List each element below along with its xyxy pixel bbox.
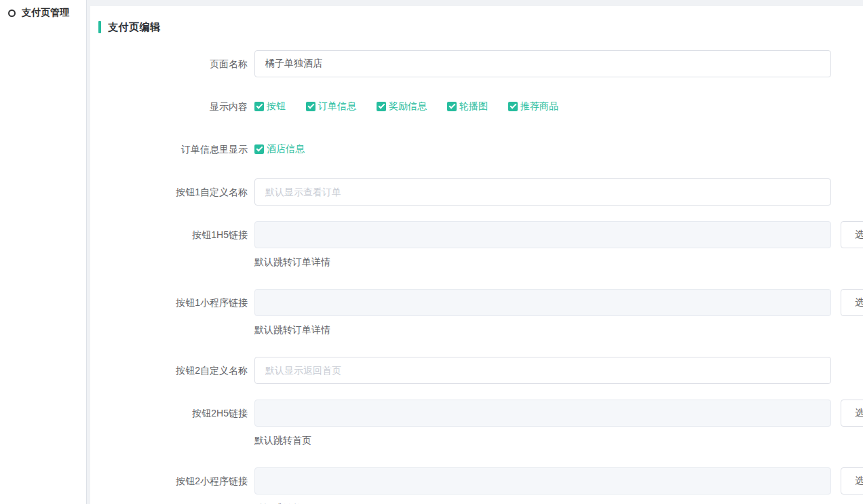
button2-h5-link-input[interactable]	[254, 400, 831, 427]
form-row-button1-custom-name: 按钮1自定义名称	[90, 178, 863, 206]
form-row-order-info-display: 订单信息里显示 酒店信息	[90, 136, 863, 163]
form-row-button2-miniprogram-link: 按钮2小程序链接 选 默认跳转首页	[90, 467, 863, 504]
form-row-button2-h5-link: 按钮2H5链接 选 默认跳转首页	[90, 400, 863, 447]
checkbox-recommended-products[interactable]: 推荐商品	[508, 100, 558, 113]
checkmark-icon	[508, 102, 518, 111]
section-title: 支付页编辑	[98, 20, 863, 34]
field-label: 按钮2自定义名称	[90, 357, 254, 384]
form-row-display-content: 显示内容 按钮 订单信息 奖励信息 轮播图 推荐商品	[90, 93, 863, 120]
checkmark-icon	[254, 144, 264, 154]
helper-text: 默认跳转订单详情	[254, 324, 863, 336]
circle-icon	[8, 9, 16, 17]
sidebar-item-payment-page-management[interactable]: 支付页管理	[0, 0, 86, 26]
field-label: 按钮1H5链接	[90, 221, 254, 248]
checkbox-reward-info[interactable]: 奖励信息	[377, 100, 427, 113]
checkbox-button[interactable]: 按钮	[254, 100, 286, 113]
button2-miniprogram-select-button[interactable]: 选	[841, 467, 863, 495]
order-info-checkbox-group: 酒店信息	[254, 136, 325, 163]
checkmark-icon	[447, 102, 457, 111]
helper-text: 默认跳转首页	[254, 434, 863, 447]
page-name-input[interactable]	[254, 50, 831, 77]
sidebar: 支付页管理	[0, 0, 87, 504]
button2-h5-select-button[interactable]: 选	[841, 400, 863, 427]
field-label: 订单信息里显示	[90, 136, 254, 163]
helper-text: 默认跳转订单详情	[254, 256, 863, 269]
button1-miniprogram-link-input[interactable]	[254, 289, 831, 316]
button1-h5-select-button[interactable]: 选	[841, 221, 863, 248]
checkmark-icon	[306, 102, 315, 111]
checkbox-order-info[interactable]: 订单信息	[306, 100, 356, 113]
field-label: 显示内容	[90, 93, 254, 120]
field-label: 按钮1小程序链接	[90, 289, 254, 316]
form-row-button2-custom-name: 按钮2自定义名称	[90, 357, 863, 384]
button1-h5-link-input[interactable]	[254, 221, 831, 248]
checkbox-hotel-info[interactable]: 酒店信息	[254, 143, 305, 155]
sidebar-item-label: 支付页管理	[22, 7, 69, 19]
section-title-bar	[98, 21, 101, 33]
checkmark-icon	[377, 102, 386, 111]
field-label: 按钮1自定义名称	[90, 178, 254, 206]
form-row-button1-h5-link: 按钮1H5链接 选 默认跳转订单详情	[90, 221, 863, 269]
page-title: 支付页编辑	[108, 21, 161, 34]
form-row-button1-miniprogram-link: 按钮1小程序链接 选 默认跳转订单详情	[90, 289, 863, 336]
button1-custom-name-input[interactable]	[254, 178, 831, 206]
payment-page-edit-card: 支付页编辑 页面名称 显示内容 按钮 订单信息 奖励信息 轮播图	[90, 6, 863, 504]
field-label: 按钮2小程序链接	[90, 467, 254, 495]
button1-miniprogram-select-button[interactable]: 选	[841, 289, 863, 316]
field-label: 按钮2H5链接	[90, 400, 254, 427]
display-content-checkbox-group: 按钮 订单信息 奖励信息 轮播图 推荐商品	[254, 93, 579, 120]
button2-custom-name-input[interactable]	[254, 357, 831, 384]
checkbox-carousel[interactable]: 轮播图	[447, 100, 488, 113]
form-row-page-name: 页面名称	[90, 50, 863, 77]
button2-miniprogram-link-input[interactable]	[254, 467, 831, 495]
field-label: 页面名称	[90, 50, 254, 77]
checkmark-icon	[254, 102, 264, 111]
